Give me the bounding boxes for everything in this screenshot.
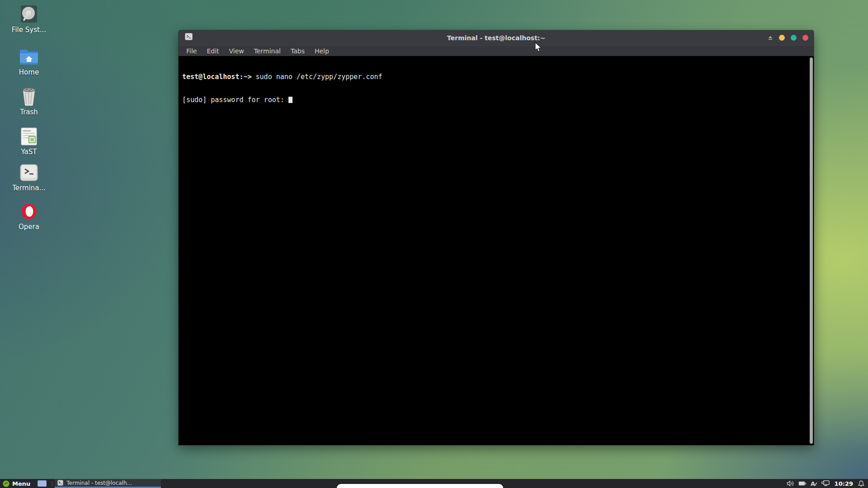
volume-icon[interactable] xyxy=(787,480,794,487)
terminal-scrollbar[interactable] xyxy=(810,57,813,444)
shade-button[interactable] xyxy=(768,35,773,40)
terminal-app-icon xyxy=(19,163,39,183)
shell-prompt: test@localhost:~> xyxy=(182,73,252,81)
terminal-content[interactable]: test@localhost:~> sudo nano /etc/zypp/zy… xyxy=(179,56,814,445)
menu-edit[interactable]: Edit xyxy=(202,47,224,56)
desktop-icon-file-system[interactable]: File Syst... xyxy=(5,5,52,34)
svg-text:A: A xyxy=(811,480,815,487)
home-folder-icon xyxy=(19,47,39,67)
desktop-icon-label: Termina... xyxy=(5,184,52,192)
window-titlebar[interactable]: Terminal - test@localhost:~ xyxy=(179,30,814,45)
notifications-bell-icon[interactable] xyxy=(858,480,864,487)
opera-icon xyxy=(19,202,39,221)
taskbar-window-button-label: Terminal - test@localh... xyxy=(66,480,132,486)
system-tray: A 10:29 xyxy=(787,479,868,488)
desktop-icon-label: Home xyxy=(5,69,52,76)
panel-grip-handle[interactable] xyxy=(52,481,52,486)
close-button[interactable] xyxy=(802,35,808,41)
window-terminal-icon xyxy=(185,33,193,42)
window-title: Terminal - test@localhost:~ xyxy=(179,34,814,42)
desktop-icon-yast[interactable]: YaST xyxy=(5,127,52,156)
maximize-button[interactable] xyxy=(791,35,797,41)
file-system-icon xyxy=(19,5,39,24)
desktop-icon-home[interactable]: Home xyxy=(5,47,52,76)
desktop-icon-label: File Syst... xyxy=(5,26,52,34)
shell-command: sudo nano /etc/zypp/zypper.conf xyxy=(256,73,382,81)
password-prompt: [sudo] password for root: xyxy=(182,96,284,104)
menu-view[interactable]: View xyxy=(224,47,249,56)
minimize-button[interactable] xyxy=(779,35,785,41)
menu-file[interactable]: File xyxy=(181,47,202,56)
desktop-icon-opera[interactable]: Opera xyxy=(5,202,52,231)
desktop-icon-trash[interactable]: Trash xyxy=(5,87,52,116)
network-icon[interactable] xyxy=(821,480,830,487)
desktop-icon-terminal[interactable]: Termina... xyxy=(5,163,52,192)
applications-menu-button[interactable]: Menu xyxy=(0,479,34,488)
menu-button-label: Menu xyxy=(12,480,30,487)
terminal-line-command: test@localhost:~> sudo nano /etc/zypp/zy… xyxy=(182,73,807,81)
workspace-pager[interactable] xyxy=(38,480,47,487)
taskbar-terminal-icon xyxy=(57,480,63,486)
terminal-line-password: [sudo] password for root: xyxy=(182,96,807,104)
menu-terminal[interactable]: Terminal xyxy=(249,47,286,56)
battery-icon[interactable] xyxy=(798,481,806,486)
desktop-icon-label: Trash xyxy=(5,108,52,116)
terminal-window: Terminal - test@localhost:~ File Edit Vi… xyxy=(179,30,814,445)
mouse-pointer xyxy=(534,42,543,55)
terminal-menubar: File Edit View Terminal Tabs Help xyxy=(179,45,814,56)
clock[interactable]: 10:29 xyxy=(835,480,853,487)
input-method-icon[interactable]: A xyxy=(810,480,817,487)
trash-icon xyxy=(19,87,39,107)
suse-gecko-icon xyxy=(3,480,9,487)
terminal-cursor xyxy=(288,97,292,103)
menu-tabs[interactable]: Tabs xyxy=(286,47,310,56)
yast-icon xyxy=(19,127,39,146)
menu-help[interactable]: Help xyxy=(310,47,334,56)
hidden-dock-panel[interactable] xyxy=(337,484,503,488)
desktop-icon-label: YaST xyxy=(5,148,52,156)
desktop-icon-label: Opera xyxy=(5,223,52,231)
taskbar-window-button[interactable]: Terminal - test@localh... xyxy=(55,479,161,488)
